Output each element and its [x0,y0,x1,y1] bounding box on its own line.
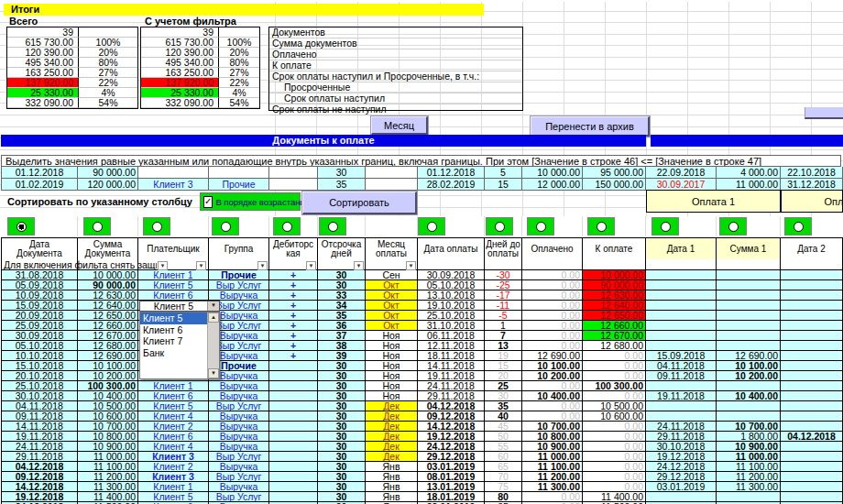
criteria-cell[interactable]: 01.12.2018 [418,167,485,179]
data-cell[interactable]: 29.12.2018 [418,452,485,462]
data-cell[interactable]: 35 [318,311,366,321]
data-cell[interactable]: 24.12.2018 [418,442,485,452]
data-cell[interactable] [781,401,843,411]
data-cell[interactable]: 14.12.2018 [2,482,78,492]
data-cell[interactable]: 30 [318,401,366,411]
data-cell[interactable] [646,301,717,311]
data-cell[interactable]: 30 [318,371,366,381]
data-cell[interactable]: 30 [485,391,522,401]
data-cell[interactable] [781,311,843,321]
data-cell[interactable]: Окт [366,321,418,331]
data-cell[interactable] [269,411,318,422]
data-cell[interactable]: 19.11.2018 [418,371,485,381]
data-cell[interactable]: 12 640.00 [583,301,646,311]
data-cell[interactable]: Выручка [209,432,269,442]
data-cell[interactable]: 13.10.2018 [418,290,485,301]
data-cell[interactable]: 0.00 [583,482,646,492]
criteria-cell[interactable]: 22.10.2018 [781,167,843,179]
data-cell[interactable] [646,280,717,290]
data-cell[interactable]: 31.10.2018 [418,321,485,331]
data-cell[interactable] [646,290,717,301]
data-cell[interactable]: 0.00 [583,472,646,482]
data-cell[interactable]: 11 200.00 [78,472,138,482]
data-cell[interactable]: 15.09.2018 [646,351,717,361]
data-cell[interactable]: 35 [485,401,522,411]
criteria-cell[interactable]: 95 000.00 [583,167,646,179]
data-cell[interactable]: 100 300.00 [583,381,646,391]
data-cell[interactable]: Ноя [366,361,418,371]
data-cell[interactable]: 12 650.00 [583,311,646,321]
data-cell[interactable]: Выручка [209,411,269,422]
data-cell[interactable] [781,462,843,472]
data-cell[interactable] [781,361,843,371]
data-cell[interactable]: 100 300.00 [78,381,138,391]
data-cell[interactable] [646,331,717,341]
data-cell[interactable]: 05.09.2018 [2,280,78,290]
data-cell[interactable]: Дек [366,411,418,422]
data-cell[interactable]: + [269,311,318,321]
data-cell[interactable] [269,361,318,371]
data-cell[interactable]: -11 [485,301,522,311]
data-cell[interactable] [717,381,781,391]
data-cell[interactable]: 30 [318,391,366,401]
data-cell[interactable] [717,321,781,331]
autofilter-arrow-icon[interactable]: ▼ [257,261,268,270]
data-cell[interactable]: 04.11.2018 [646,361,717,371]
data-cell[interactable]: 19.10.2018 [418,301,485,311]
data-cell[interactable]: 10 000.00 [583,270,646,280]
criteria-cell[interactable]: 4 000.00 [717,167,781,179]
sort-ascending-checkbox[interactable]: ✓ В порядке возрастания [200,192,301,211]
data-cell[interactable] [646,492,717,502]
data-cell[interactable]: 12 690.00 [522,351,583,361]
radio-cell[interactable] [527,217,554,236]
scroll-up-icon[interactable]: ▲ [208,312,219,323]
radio-cell[interactable] [784,217,812,236]
data-cell[interactable] [269,391,318,401]
criteria-cell[interactable]: 10 000.00 [522,167,583,179]
autofilter-arrow-icon[interactable]: ▼ [306,261,316,270]
data-cell[interactable]: 30 [318,442,366,452]
data-cell[interactable]: 38 [318,341,366,351]
data-cell[interactable]: 20.10.2018 [2,371,78,381]
data-cell[interactable]: 0.00 [583,442,646,452]
data-cell[interactable]: 10 800.00 [78,432,138,442]
data-cell[interactable]: Выр Услуг [209,472,269,482]
data-cell[interactable] [269,401,318,411]
data-cell[interactable]: 05.10.2018 [418,280,485,290]
data-cell[interactable]: 09.12.2018 [418,411,485,422]
data-cell[interactable] [781,391,843,401]
data-cell[interactable]: 05.10.2018 [2,341,78,351]
data-cell[interactable]: Выручка [209,442,269,452]
clipped-button-fragment[interactable] [805,107,843,119]
scroll-down-icon[interactable]: ▼ [208,368,219,378]
data-cell[interactable]: 29.11.2018 [418,391,485,401]
criteria-cell[interactable] [366,179,418,191]
data-cell[interactable]: + [269,301,318,311]
data-cell[interactable]: Ноя [366,391,418,401]
data-cell[interactable]: Выручка [209,482,269,492]
data-cell[interactable] [646,311,717,321]
data-cell[interactable]: Янв [366,462,418,472]
radio-cell[interactable] [319,217,346,236]
data-cell[interactable] [781,331,843,341]
data-cell[interactable]: 0.00 [522,381,583,391]
radio-cell[interactable] [486,217,513,236]
data-cell[interactable]: 10 400.00 [78,391,138,401]
data-cell[interactable]: 14.11.2018 [418,361,485,371]
criteria-cell[interactable]: 15 [485,179,522,191]
data-cell[interactable]: 20.09.2018 [2,311,78,321]
data-cell[interactable]: 11 100.00 [522,462,583,472]
data-cell[interactable] [717,270,781,280]
data-cell[interactable]: 50 [485,432,522,442]
data-cell[interactable] [781,371,843,381]
data-cell[interactable] [269,422,318,432]
data-cell[interactable]: Выручка [209,462,269,472]
data-cell[interactable]: 10 700.00 [78,422,138,432]
data-cell[interactable]: 31.08.2018 [2,270,78,280]
data-cell[interactable]: 10 200.00 [717,371,781,381]
data-cell[interactable] [646,270,717,280]
criteria-cell[interactable]: 12 000.00 [522,179,583,191]
autofilter-arrow-icon[interactable]: ▼ [406,261,416,270]
data-cell[interactable]: 30.10.2018 [646,442,717,452]
data-cell[interactable]: Клиент 5 [138,401,209,411]
